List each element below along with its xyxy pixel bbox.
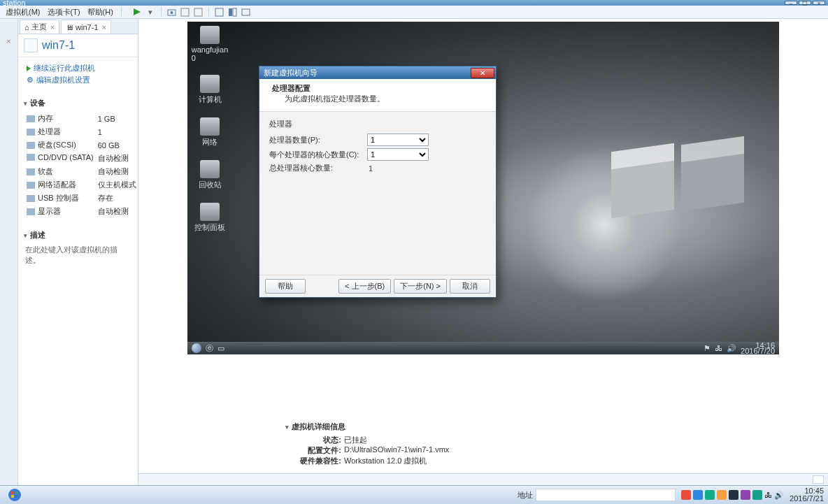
device-row[interactable]: 网络适配器仅主机模式 — [25, 179, 138, 191]
main-area: wangfujian 0计算机网络回收站控制面板 新建虚拟机向导 ✕ 处理器配置… — [138, 19, 828, 485]
tray-volume-icon[interactable]: 🔊 — [727, 344, 736, 353]
desktop-icon[interactable]: 网络 — [193, 117, 227, 147]
device-icon — [27, 182, 35, 189]
devices-header[interactable]: 设备 — [24, 98, 132, 108]
svg-rect-12 — [11, 495, 14, 498]
menu-help[interactable]: 帮助(H) — [86, 7, 115, 17]
address-field[interactable]: 地址 — [518, 489, 676, 501]
play-icon[interactable] — [132, 7, 143, 17]
menu-bar: 虚拟机(M) 选项卡(T) 帮助(H) ▾ — [0, 6, 828, 19]
guest-taskbar[interactable]: ⓔ ▭ ⚑ 🖧 🔊 14:16 2016/7/20 — [187, 342, 779, 354]
unity-icon[interactable] — [227, 7, 238, 17]
device-row[interactable]: 处理器1 — [25, 126, 138, 138]
device-row[interactable]: CD/DVD (SATA)自动检测 — [25, 152, 138, 164]
device-row[interactable]: 软盘自动检测 — [25, 166, 138, 178]
fullscreen-icon[interactable] — [214, 7, 224, 17]
vm-header: win7-1 — [18, 34, 138, 57]
device-icon — [27, 195, 35, 202]
host-clock[interactable]: 10:45 2016/7/21 — [790, 487, 824, 503]
menu-vm[interactable]: 虚拟机(M) — [4, 7, 42, 17]
svg-rect-6 — [229, 8, 232, 16]
address-label: 地址 — [518, 490, 533, 501]
description-header[interactable]: 描述 — [24, 230, 132, 240]
wizard-close-button[interactable]: ✕ — [471, 68, 494, 78]
close-icon[interactable]: × — [6, 37, 10, 485]
processor-count-select[interactable]: 1 — [367, 134, 429, 146]
host-clock-date: 2016/7/21 — [790, 495, 824, 503]
tray-icon[interactable] — [681, 490, 691, 500]
tab-close-icon[interactable]: × — [102, 23, 106, 31]
taskbar-explorer-icon[interactable]: ▭ — [217, 344, 224, 353]
desktop-icon[interactable]: wangfujian 0 — [193, 26, 227, 62]
svg-point-2 — [170, 11, 173, 14]
taskbar-ie-icon[interactable]: ⓔ — [206, 343, 213, 354]
wizard-title-bar[interactable]: 新建虚拟机向导 ✕ — [259, 66, 496, 79]
desktop-icon[interactable]: 控制面板 — [193, 203, 227, 233]
action-edit-label: 编辑虚拟机设置 — [36, 75, 90, 85]
device-icon — [27, 154, 35, 161]
tab-home-label: 主页 — [31, 22, 47, 32]
tray-icon[interactable] — [741, 490, 750, 500]
desktop-icon-image — [200, 203, 220, 221]
device-row[interactable]: 硬盘(SCSI)60 GB — [25, 139, 138, 151]
tab-vm-label: win7-1 — [76, 23, 98, 31]
device-value: 自动检测 — [97, 152, 138, 164]
svg-rect-10 — [11, 491, 14, 494]
guest-clock[interactable]: 14:16 2016/7/20 — [741, 343, 775, 354]
tab-vm[interactable]: 🖥 win7-1 × — [61, 20, 111, 34]
wizard-next-button[interactable]: 下一步(N) > — [394, 279, 447, 294]
left-panel-collapse[interactable]: × — [0, 19, 18, 485]
wizard-cancel-button[interactable]: 取消 — [450, 279, 490, 294]
svg-rect-8 — [242, 9, 250, 15]
vm-details-header[interactable]: 虚拟机详细信息 — [285, 422, 828, 432]
device-row[interactable]: USB 控制器存在 — [25, 192, 138, 204]
host-start-button[interactable] — [4, 488, 25, 503]
tray-icon[interactable] — [752, 490, 762, 500]
tray-flag-icon[interactable]: ⚑ — [704, 344, 711, 353]
wizard-header-sub: 为此虚拟机指定处理器数量。 — [272, 94, 483, 104]
tab-close-icon[interactable]: × — [50, 23, 55, 31]
guest-screen[interactable]: wangfujian 0计算机网络回收站控制面板 新建虚拟机向导 ✕ 处理器配置… — [187, 22, 779, 354]
play-icon — [27, 66, 31, 71]
toolbar-icon-1[interactable] — [180, 7, 190, 17]
tab-home[interactable]: ⌂ 主页 × — [20, 20, 59, 34]
host-taskbar[interactable]: 地址 🖧 🔊 10:45 2016/7/21 — [0, 485, 828, 504]
close-button[interactable]: × — [813, 1, 825, 5]
start-button[interactable] — [192, 343, 201, 353]
device-row[interactable]: 内存1 GB — [25, 113, 138, 124]
action-continue-vm[interactable]: 继续运行此虚拟机 — [27, 63, 131, 73]
minimize-button[interactable]: – — [785, 1, 797, 5]
tray-icon[interactable] — [705, 490, 715, 500]
desktop-icon[interactable]: 回收站 — [193, 160, 227, 190]
description-placeholder[interactable]: 在此处键入对该虚拟机的描述。 — [24, 243, 132, 266]
host-tray: 🖧 🔊 — [681, 490, 784, 500]
cores-per-processor-select[interactable]: 1 — [367, 148, 429, 161]
maximize-button[interactable]: ▢ — [799, 1, 811, 5]
console-icon[interactable] — [241, 7, 251, 17]
tray-icon[interactable] — [729, 490, 738, 500]
desktop-icon[interactable]: 计算机 — [193, 75, 227, 105]
vm-details: 虚拟机详细信息 状态:已挂起 配置文件:D:\UltraISO\win7-1\w… — [138, 415, 828, 473]
tray-network-icon[interactable]: 🖧 — [715, 344, 722, 352]
wizard-back-button[interactable]: < 上一步(B) — [338, 279, 391, 294]
action-edit-settings[interactable]: ⚙编辑虚拟机设置 — [27, 75, 131, 85]
tray-network-icon[interactable]: 🖧 — [764, 491, 772, 499]
desktop-icon-label: 控制面板 — [194, 222, 225, 233]
wizard-help-button[interactable]: 帮助 — [265, 279, 306, 294]
snapshot-icon[interactable] — [166, 7, 177, 17]
detail-config-value: D:\UltraISO\win7-1\win7-1.vmx — [344, 445, 449, 456]
tray-icon[interactable] — [693, 490, 703, 500]
status-corner-icon[interactable] — [813, 475, 824, 484]
svg-rect-14 — [536, 489, 676, 501]
device-label: 内存 — [38, 113, 53, 124]
tray-volume-icon[interactable]: 🔊 — [774, 491, 784, 500]
toolbar-icon-2[interactable] — [193, 7, 204, 17]
device-value: 1 GB — [97, 113, 138, 124]
device-row[interactable]: 显示器自动检测 — [25, 206, 138, 217]
menu-tabs[interactable]: 选项卡(T) — [46, 7, 82, 17]
processor-count-label: 处理器数量(P): — [269, 135, 367, 145]
gear-icon: ⚙ — [27, 75, 34, 85]
tray-icon[interactable] — [717, 490, 727, 500]
device-value: 存在 — [97, 192, 138, 204]
dropdown-icon[interactable]: ▾ — [145, 7, 156, 17]
